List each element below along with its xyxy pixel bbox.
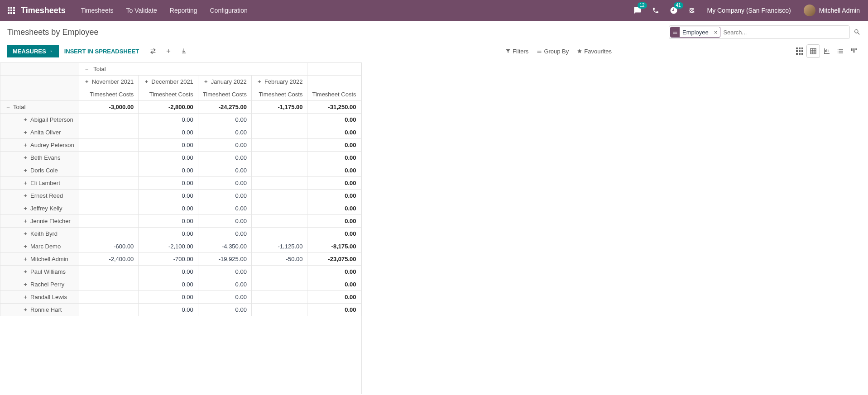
col-header[interactable]: January 2022: [211, 78, 247, 85]
col-header[interactable]: December 2021: [151, 78, 193, 85]
data-cell[interactable]: [79, 164, 139, 177]
data-cell[interactable]: [251, 114, 307, 126]
col-group-total[interactable]: Total: [93, 66, 106, 72]
data-cell[interactable]: [251, 190, 307, 202]
expand-row[interactable]: +: [22, 129, 29, 136]
data-cell[interactable]: [251, 266, 307, 278]
data-cell[interactable]: [79, 114, 139, 126]
measures-button[interactable]: MEASURES: [7, 45, 59, 57]
data-cell[interactable]: [79, 278, 139, 291]
data-cell[interactable]: 0.00: [307, 291, 361, 304]
expand-row[interactable]: +: [22, 243, 29, 250]
expand-col-1[interactable]: +: [143, 78, 149, 85]
row-label[interactable]: Abigail Peterson: [30, 116, 73, 123]
data-cell[interactable]: 0.00: [307, 126, 361, 139]
view-list-icon[interactable]: [834, 44, 847, 58]
data-cell[interactable]: 0.00: [307, 152, 361, 164]
row-label[interactable]: Ernest Reed: [30, 192, 63, 199]
data-cell[interactable]: 0.00: [198, 202, 251, 215]
data-cell[interactable]: 0.00: [307, 164, 361, 177]
data-cell[interactable]: 0.00: [139, 126, 198, 139]
expand-row[interactable]: +: [22, 167, 29, 174]
data-cell[interactable]: 0.00: [139, 114, 198, 126]
data-cell[interactable]: 0.00: [307, 139, 361, 152]
expand-row[interactable]: +: [22, 294, 29, 300]
view-kanban-icon[interactable]: [847, 44, 861, 58]
data-cell[interactable]: 0.00: [139, 215, 198, 228]
apps-menu-icon[interactable]: [4, 3, 19, 18]
data-cell[interactable]: 0.00: [139, 164, 198, 177]
data-cell[interactable]: [251, 304, 307, 316]
app-brand[interactable]: Timesheets: [21, 6, 66, 15]
data-cell[interactable]: [251, 139, 307, 152]
data-cell[interactable]: 0.00: [198, 304, 251, 316]
expand-row[interactable]: +: [22, 268, 29, 275]
data-cell[interactable]: 0.00: [198, 291, 251, 304]
expand-all-icon[interactable]: [162, 44, 175, 58]
data-cell[interactable]: 0.00: [198, 114, 251, 126]
data-cell[interactable]: 0.00: [139, 152, 198, 164]
expand-row[interactable]: +: [22, 142, 29, 148]
data-cell[interactable]: -2,100.00: [139, 240, 198, 253]
data-cell[interactable]: [79, 139, 139, 152]
expand-row[interactable]: +: [22, 218, 29, 224]
row-label[interactable]: Paul Williams: [30, 268, 66, 275]
row-label[interactable]: Jennie Fletcher: [30, 218, 71, 224]
collapse-row-total[interactable]: −: [5, 104, 11, 110]
data-cell[interactable]: 0.00: [139, 278, 198, 291]
expand-row[interactable]: +: [22, 230, 29, 237]
data-cell[interactable]: [79, 152, 139, 164]
data-cell[interactable]: 0.00: [307, 190, 361, 202]
row-label[interactable]: Marc Demo: [30, 243, 61, 250]
data-cell[interactable]: 0.00: [198, 190, 251, 202]
data-cell[interactable]: [79, 190, 139, 202]
total-cell[interactable]: -1,175.00: [251, 101, 307, 114]
data-cell[interactable]: -50.00: [251, 253, 307, 266]
row-label[interactable]: Jeffrey Kelly: [30, 205, 62, 212]
data-cell[interactable]: [251, 228, 307, 240]
data-cell[interactable]: 0.00: [139, 228, 198, 240]
expand-row[interactable]: +: [22, 180, 29, 186]
total-cell[interactable]: -24,275.00: [198, 101, 251, 114]
data-cell[interactable]: 0.00: [198, 266, 251, 278]
row-label[interactable]: Ronnie Hart: [30, 306, 62, 313]
data-cell[interactable]: 0.00: [198, 139, 251, 152]
data-cell[interactable]: [79, 228, 139, 240]
data-cell[interactable]: -19,925.00: [198, 253, 251, 266]
data-cell[interactable]: 0.00: [307, 202, 361, 215]
facet-remove[interactable]: ×: [711, 29, 720, 36]
data-cell[interactable]: 0.00: [307, 228, 361, 240]
row-label[interactable]: Audrey Peterson: [30, 142, 74, 148]
data-cell[interactable]: 0.00: [198, 278, 251, 291]
data-cell[interactable]: [79, 304, 139, 316]
data-cell[interactable]: [79, 177, 139, 190]
data-cell[interactable]: [251, 126, 307, 139]
row-label[interactable]: Eli Lambert: [30, 180, 60, 186]
row-group-total[interactable]: Total: [13, 104, 25, 110]
nav-reporting[interactable]: Reporting: [163, 0, 204, 21]
data-cell[interactable]: [79, 215, 139, 228]
data-cell[interactable]: 0.00: [307, 304, 361, 316]
data-cell[interactable]: 0.00: [198, 215, 251, 228]
row-label[interactable]: Beth Evans: [30, 154, 61, 161]
data-cell[interactable]: 0.00: [139, 291, 198, 304]
row-label[interactable]: Keith Byrd: [30, 230, 58, 237]
view-pivot-icon[interactable]: [806, 44, 820, 58]
row-label[interactable]: Rachel Perry: [30, 281, 64, 288]
expand-row[interactable]: +: [22, 116, 29, 123]
expand-row[interactable]: +: [22, 306, 29, 313]
phone-icon[interactable]: [648, 3, 663, 18]
messages-icon[interactable]: 12: [630, 3, 645, 18]
data-cell[interactable]: 0.00: [198, 164, 251, 177]
data-cell[interactable]: [79, 202, 139, 215]
data-cell[interactable]: 0.00: [139, 177, 198, 190]
flip-axis-icon[interactable]: [146, 44, 160, 58]
groupby-button[interactable]: Group By: [537, 48, 569, 55]
data-cell[interactable]: [79, 126, 139, 139]
insert-spreadsheet-button[interactable]: INSERT IN SPREADSHEET: [59, 45, 144, 57]
data-cell[interactable]: [251, 291, 307, 304]
expand-row[interactable]: +: [22, 154, 29, 161]
data-cell[interactable]: 0.00: [139, 190, 198, 202]
collapse-col-total[interactable]: −: [84, 66, 90, 72]
nav-configuration[interactable]: Configuration: [204, 0, 254, 21]
